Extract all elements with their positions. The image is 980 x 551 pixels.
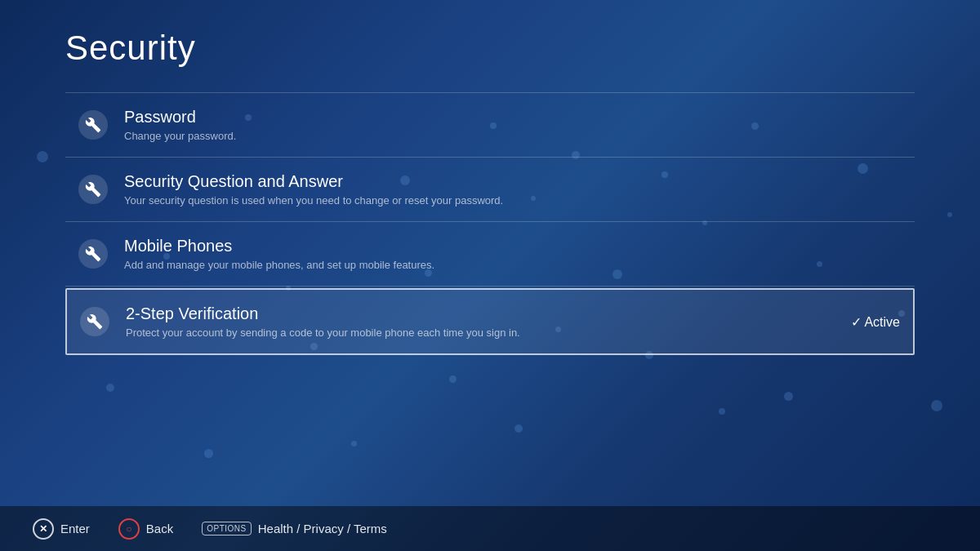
menu-list: PasswordChange your password. Security Q… <box>65 92 915 551</box>
bottom-action-enter[interactable]: ✕Enter <box>33 518 90 540</box>
bottom-action-label-back: Back <box>146 522 173 535</box>
menu-item-password[interactable]: PasswordChange your password. <box>65 92 915 158</box>
wrench-icon-password <box>78 110 108 140</box>
bottom-action-label-enter: Enter <box>60 522 90 535</box>
menu-item-mobile-phones[interactable]: Mobile PhonesAdd and manage your mobile … <box>65 222 915 287</box>
wrench-icon-security-question <box>78 175 108 204</box>
menu-item-text-password: PasswordChange your password. <box>124 108 902 142</box>
options-button-icon: OPTIONS <box>202 522 252 535</box>
bottom-bar: ✕Enter○BackOPTIONSHealth / Privacy / Ter… <box>0 506 980 551</box>
menu-item-title-two-step: 2-Step Verification <box>126 304 851 323</box>
bottom-action-options[interactable]: OPTIONSHealth / Privacy / Terms <box>202 522 387 535</box>
x-button-icon: ✕ <box>33 518 54 540</box>
menu-item-desc-two-step: Protect your account by sending a code t… <box>126 327 851 339</box>
wrench-icon-two-step <box>80 307 109 336</box>
menu-item-title-password: Password <box>124 108 902 127</box>
menu-item-desc-security-question: Your security question is used when you … <box>124 194 902 207</box>
page-content: Security PasswordChange your password. S… <box>0 0 980 551</box>
circle-button-icon: ○ <box>118 518 140 540</box>
menu-item-two-step[interactable]: 2-Step VerificationProtect your account … <box>65 288 915 355</box>
menu-item-desc-password: Change your password. <box>124 130 902 142</box>
bottom-action-label-options: Health / Privacy / Terms <box>258 522 387 535</box>
bottom-action-back[interactable]: ○Back <box>118 518 173 540</box>
menu-item-title-security-question: Security Question and Answer <box>124 172 902 191</box>
page-title: Security <box>65 0 915 92</box>
menu-item-security-question[interactable]: Security Question and AnswerYour securit… <box>65 158 915 222</box>
menu-item-desc-mobile-phones: Add and manage your mobile phones, and s… <box>124 259 902 271</box>
menu-item-title-mobile-phones: Mobile Phones <box>124 237 902 256</box>
menu-item-status-two-step: ✓ Active <box>851 314 900 330</box>
menu-item-text-mobile-phones: Mobile PhonesAdd and manage your mobile … <box>124 237 902 271</box>
menu-item-text-two-step: 2-Step VerificationProtect your account … <box>126 304 851 339</box>
menu-item-text-security-question: Security Question and AnswerYour securit… <box>124 172 902 207</box>
wrench-icon-mobile-phones <box>78 239 108 269</box>
